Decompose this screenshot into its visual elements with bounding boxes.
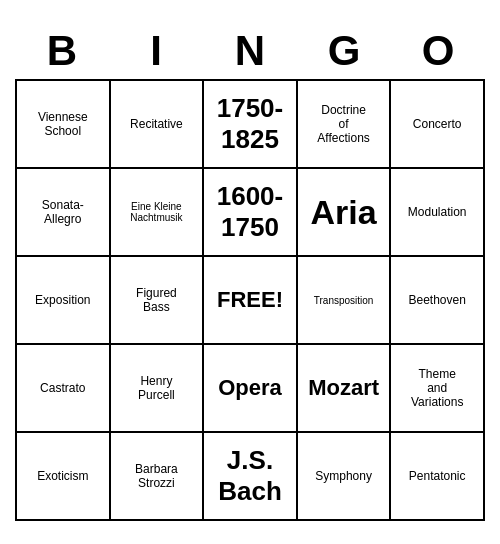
- cell-text-23: Symphony: [301, 469, 387, 483]
- bingo-cell-19: Theme and Variations: [391, 345, 485, 433]
- bingo-cell-4: Concerto: [391, 81, 485, 169]
- bingo-cell-11: Figured Bass: [111, 257, 205, 345]
- bingo-cell-23: Symphony: [298, 433, 392, 521]
- bingo-cell-20: Exoticism: [17, 433, 111, 521]
- bingo-cell-5: Sonata- Allegro: [17, 169, 111, 257]
- cell-text-12: FREE!: [207, 287, 293, 313]
- bingo-cell-8: Aria: [298, 169, 392, 257]
- cell-text-6: Eine Kleine Nachtmusik: [114, 201, 200, 223]
- cell-text-11: Figured Bass: [114, 286, 200, 314]
- bingo-cell-17: Opera: [204, 345, 298, 433]
- header-n: N: [203, 23, 297, 79]
- header-b: B: [15, 23, 109, 79]
- bingo-cell-6: Eine Kleine Nachtmusik: [111, 169, 205, 257]
- bingo-header: B I N G O: [15, 23, 485, 79]
- bingo-cell-13: Transposition: [298, 257, 392, 345]
- cell-text-1: Recitative: [114, 117, 200, 131]
- header-g: G: [297, 23, 391, 79]
- cell-text-9: Modulation: [394, 205, 480, 219]
- bingo-cell-12: FREE!: [204, 257, 298, 345]
- cell-text-17: Opera: [207, 375, 293, 401]
- cell-text-22: J.S. Bach: [207, 445, 293, 507]
- cell-text-15: Castrato: [20, 381, 106, 395]
- bingo-cell-9: Modulation: [391, 169, 485, 257]
- bingo-cell-16: Henry Purcell: [111, 345, 205, 433]
- bingo-cell-1: Recitative: [111, 81, 205, 169]
- cell-text-13: Transposition: [301, 295, 387, 306]
- bingo-cell-24: Pentatonic: [391, 433, 485, 521]
- header-o: O: [391, 23, 485, 79]
- bingo-cell-18: Mozart: [298, 345, 392, 433]
- cell-text-10: Exposition: [20, 293, 106, 307]
- bingo-cell-3: Doctrine of Affections: [298, 81, 392, 169]
- cell-text-18: Mozart: [301, 375, 387, 401]
- cell-text-8: Aria: [301, 193, 387, 232]
- cell-text-4: Concerto: [394, 117, 480, 131]
- cell-text-21: Barbara Strozzi: [114, 462, 200, 490]
- bingo-cell-21: Barbara Strozzi: [111, 433, 205, 521]
- bingo-grid: Viennese SchoolRecitative1750- 1825Doctr…: [15, 79, 485, 521]
- cell-text-7: 1600- 1750: [207, 181, 293, 243]
- header-i: I: [109, 23, 203, 79]
- bingo-cell-22: J.S. Bach: [204, 433, 298, 521]
- cell-text-24: Pentatonic: [394, 469, 480, 483]
- bingo-cell-2: 1750- 1825: [204, 81, 298, 169]
- bingo-cell-10: Exposition: [17, 257, 111, 345]
- cell-text-19: Theme and Variations: [394, 367, 480, 409]
- cell-text-5: Sonata- Allegro: [20, 198, 106, 226]
- cell-text-16: Henry Purcell: [114, 374, 200, 402]
- bingo-cell-7: 1600- 1750: [204, 169, 298, 257]
- cell-text-20: Exoticism: [20, 469, 106, 483]
- cell-text-2: 1750- 1825: [207, 93, 293, 155]
- bingo-cell-15: Castrato: [17, 345, 111, 433]
- bingo-cell-14: Beethoven: [391, 257, 485, 345]
- cell-text-0: Viennese School: [20, 110, 106, 138]
- bingo-cell-0: Viennese School: [17, 81, 111, 169]
- cell-text-3: Doctrine of Affections: [301, 103, 387, 145]
- cell-text-14: Beethoven: [394, 293, 480, 307]
- bingo-card: B I N G O Viennese SchoolRecitative1750-…: [15, 23, 485, 521]
